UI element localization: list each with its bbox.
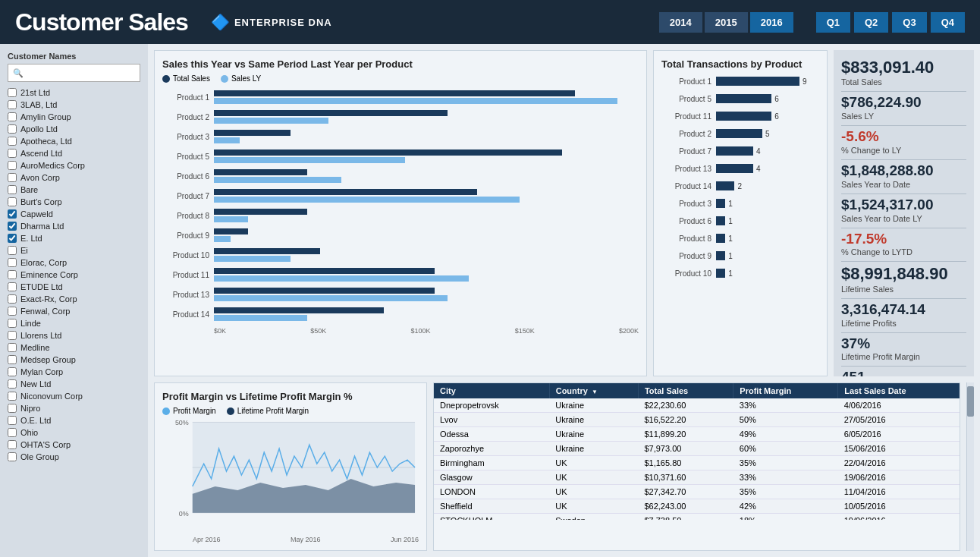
scrollbar[interactable] <box>966 382 974 551</box>
table-panel: City Country ▼ Total Sales Profit Margin… <box>433 382 960 551</box>
q2-button[interactable]: Q2 <box>854 12 888 33</box>
q1-button[interactable]: Q1 <box>816 12 850 33</box>
sidebar-item[interactable]: Avon Corp <box>8 172 140 184</box>
sidebar-checkbox[interactable] <box>8 112 17 121</box>
table-row: ZaporozhyeUkraine$7,973.0060%15/06/2016 <box>434 442 960 456</box>
sidebar-item[interactable]: Ascend Ltd <box>8 147 140 159</box>
table-scroll[interactable]: City Country ▼ Total Sales Profit Margin… <box>434 383 960 520</box>
stat-value: $833,091.40 <box>841 58 966 77</box>
sidebar-checkbox[interactable] <box>8 149 17 158</box>
sidebar-checkbox[interactable] <box>8 452 17 461</box>
sidebar-checkbox[interactable] <box>8 137 17 146</box>
sidebar-checkbox[interactable] <box>8 222 17 231</box>
sidebar-checkbox[interactable] <box>8 392 17 401</box>
bar-total <box>214 149 562 156</box>
sidebar-checkbox[interactable] <box>8 197 17 206</box>
x-label-4: $200K <box>619 327 639 335</box>
col-margin[interactable]: Profit Margin <box>733 383 838 398</box>
sidebar-checkbox[interactable] <box>8 355 17 364</box>
year-2015-button[interactable]: 2015 <box>705 12 748 33</box>
sidebar-checkbox[interactable] <box>8 307 17 316</box>
sidebar-item[interactable]: Ei <box>8 244 140 256</box>
col-date[interactable]: Last Sales Date <box>838 383 960 398</box>
sidebar-item[interactable]: O.E. Ltd <box>8 414 140 426</box>
sidebar-checkbox[interactable] <box>8 209 17 219</box>
transactions-title: Total Transactions by Product <box>661 58 819 70</box>
sidebar-checkbox[interactable] <box>8 161 17 170</box>
sidebar-checkbox[interactable] <box>8 343 17 352</box>
sidebar-item[interactable]: Apollo Ltd <box>8 123 140 135</box>
sidebar-item[interactable]: Capweld <box>8 208 140 220</box>
sidebar-checkbox[interactable] <box>8 440 17 449</box>
bar-row: Product 3 <box>162 128 639 145</box>
search-input[interactable] <box>8 64 140 82</box>
sidebar-item[interactable]: 3LAB, Ltd <box>8 99 140 111</box>
col-sales[interactable]: Total Sales <box>638 383 733 398</box>
sidebar-checkbox[interactable] <box>8 185 17 194</box>
sidebar-item[interactable]: Exact-Rx, Corp <box>8 293 140 305</box>
x-label-0: $0K <box>214 327 226 335</box>
sidebar-item[interactable]: OHTA'S Corp <box>8 439 140 451</box>
scrollbar-thumb[interactable] <box>967 386 974 417</box>
q3-button[interactable]: Q3 <box>892 12 926 33</box>
sidebar-item[interactable]: 21st Ltd <box>8 87 140 99</box>
sidebar-item[interactable]: Dharma Ltd <box>8 220 140 232</box>
sidebar-checkbox[interactable] <box>8 88 17 97</box>
sidebar-item[interactable]: Niconovum Corp <box>8 390 140 402</box>
bar-total <box>214 288 435 294</box>
sidebar-checkbox[interactable] <box>8 234 17 243</box>
sidebar-item[interactable]: E. Ltd <box>8 232 140 244</box>
sidebar-item[interactable]: Nipro <box>8 402 140 414</box>
col-city[interactable]: City <box>434 383 549 398</box>
trans-row: Product 31 <box>661 197 819 210</box>
sidebar-item[interactable]: New Ltd <box>8 378 140 390</box>
sidebar-checkbox[interactable] <box>8 100 17 109</box>
sidebar-item[interactable]: Ole Group <box>8 451 140 463</box>
sidebar-item[interactable]: Amylin Group <box>8 111 140 123</box>
table-cell-city: Birmingham <box>434 456 549 470</box>
sidebar-checkbox[interactable] <box>8 282 17 291</box>
sidebar-item-label: Ascend Ltd <box>20 149 62 158</box>
sidebar-item[interactable]: Eminence Corp <box>8 269 140 281</box>
x-axis: $0K $50K $100K $150K $200K <box>162 327 639 335</box>
col-country[interactable]: Country ▼ <box>549 383 638 398</box>
sidebar-checkbox[interactable] <box>8 379 17 389</box>
sidebar-checkbox[interactable] <box>8 319 17 328</box>
sidebar-checkbox[interactable] <box>8 367 17 376</box>
sidebar-item[interactable]: Burt's Corp <box>8 196 140 208</box>
sidebar-item[interactable]: Ohio <box>8 426 140 439</box>
sidebar-item[interactable]: AuroMedics Corp <box>8 159 140 172</box>
sidebar-item[interactable]: ETUDE Ltd <box>8 281 140 293</box>
legend-total: Total Sales <box>162 74 210 83</box>
trans-bar-wrap: 6 <box>716 94 819 103</box>
sidebar-checkbox[interactable] <box>8 124 17 134</box>
sidebar-item-label: Ohio <box>20 428 38 437</box>
sidebar-item[interactable]: Medline <box>8 341 140 354</box>
stat-value: $1,848,288.80 <box>841 162 966 180</box>
year-2016-button[interactable]: 2016 <box>750 12 793 33</box>
sidebar-checkbox[interactable] <box>8 331 17 340</box>
trans-label: Product 8 <box>661 234 716 243</box>
sidebar-item[interactable]: Fenwal, Corp <box>8 305 140 317</box>
sidebar-item[interactable]: Medsep Group <box>8 354 140 366</box>
sidebar-checkbox[interactable] <box>8 416 17 425</box>
sidebar-item[interactable]: Llorens Ltd <box>8 329 140 341</box>
year-2014-button[interactable]: 2014 <box>659 12 702 33</box>
sidebar-checkbox[interactable] <box>8 294 17 304</box>
sidebar-item[interactable]: Elorac, Corp <box>8 256 140 269</box>
sidebar-item[interactable]: Apotheca, Ltd <box>8 135 140 147</box>
sidebar-item[interactable]: Mylan Corp <box>8 366 140 378</box>
table-row: LONDONUK$27,342.7035%11/04/2016 <box>434 485 960 499</box>
sidebar-checkbox[interactable] <box>8 428 17 437</box>
sidebar-checkbox[interactable] <box>8 173 17 182</box>
sidebar-checkbox[interactable] <box>8 258 17 267</box>
sidebar-item[interactable]: Bare <box>8 184 140 196</box>
sidebar-checkbox[interactable] <box>8 404 17 413</box>
table-cell-date: 27/05/2016 <box>838 413 960 427</box>
sidebar-item[interactable]: Linde <box>8 317 140 329</box>
q4-button[interactable]: Q4 <box>931 12 965 33</box>
table-cell-country: Ukraine <box>549 398 638 413</box>
stat-label: Lifetime Sales <box>841 285 966 294</box>
sidebar-checkbox[interactable] <box>8 270 17 279</box>
sidebar-checkbox[interactable] <box>8 246 17 255</box>
